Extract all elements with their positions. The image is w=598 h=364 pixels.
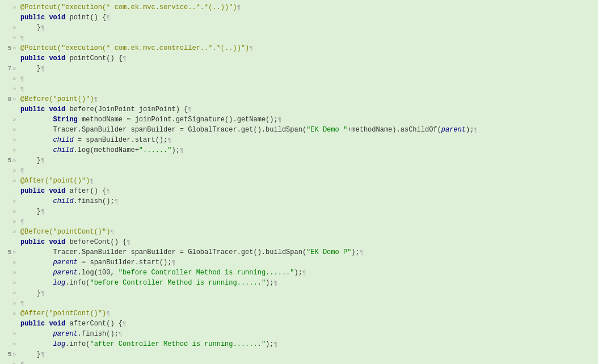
token-pilcrow: ¶	[94, 96, 98, 103]
token-kw: public	[20, 54, 45, 62]
code-line: »¶	[0, 298, 598, 308]
line-number: 0	[1, 94, 12, 104]
fold-arrow: »	[12, 94, 20, 104]
code-line: »¶	[0, 359, 598, 364]
code-content: }¶	[20, 206, 597, 217]
fold-arrow: »	[12, 84, 20, 94]
token-kw: String	[53, 116, 78, 124]
token-normal: .log(100,	[78, 269, 119, 277]
code-content: String methodName = joinPoint.getSignatu…	[20, 115, 597, 125]
token-pilcrow: ¶	[41, 157, 45, 164]
token-annotation: @Pointcut("execution(* com.ek.mvc.servic…	[20, 3, 237, 11]
token-pilcrow: ¶	[20, 300, 24, 307]
fold-arrow: »	[12, 145, 20, 155]
code-line: » }¶	[0, 23, 598, 33]
token-string: "before Controller Method is running....…	[90, 279, 266, 287]
token-string: "EK Demo P"	[306, 248, 351, 256]
fold-arrow: »	[12, 43, 20, 53]
fold-arrow: »	[12, 23, 20, 33]
fold-arrow: »	[12, 74, 20, 84]
token-kw: public	[20, 320, 45, 328]
token-normal: after() {	[65, 187, 106, 195]
token-pilcrow: ¶	[188, 106, 192, 113]
token-italic-var: parent	[53, 330, 78, 338]
line-number: 5	[1, 155, 12, 166]
token-string: "EK Demo "	[306, 126, 347, 134]
code-line: »@After("point()")¶	[0, 176, 598, 186]
token-pilcrow: ¶	[278, 116, 282, 123]
token-kw: void	[49, 187, 65, 195]
code-content: parent.finish();¶	[20, 329, 597, 339]
token-normal: before(JoinPoint joinPoint) {	[65, 105, 188, 113]
token-pilcrow: ¶	[41, 351, 45, 358]
code-line: »¶	[0, 84, 598, 94]
token-string: "......"	[139, 146, 172, 154]
token-pilcrow: ¶	[115, 198, 119, 205]
code-line: 5» Tracer.SpanBuilder spanBuilder = Glob…	[0, 247, 598, 257]
code-line: 7» }¶	[0, 64, 598, 74]
token-pilcrow: ¶	[249, 45, 253, 52]
code-line: »¶	[0, 217, 598, 227]
code-line: » }¶	[0, 206, 598, 217]
line-number: 5	[1, 247, 12, 257]
line-number: 7	[1, 64, 12, 74]
code-content: child = spanBuilder.start();¶	[20, 135, 597, 145]
token-normal: }	[37, 350, 41, 358]
code-line: »¶	[0, 33, 598, 43]
token-pilcrow: ¶	[20, 167, 24, 174]
fold-arrow: »	[12, 278, 20, 288]
code-content: }¶	[20, 155, 597, 166]
code-content: parent = spanBuilder.start();¶	[20, 257, 597, 268]
fold-arrow: »	[12, 33, 20, 43]
code-content: public void beforeCont() {¶	[20, 237, 597, 247]
token-pilcrow: ¶	[106, 188, 110, 194]
code-line: public void after() {¶	[0, 186, 598, 196]
token-normal: Tracer.SpanBuilder spanBuilder = GlobalT…	[53, 248, 306, 256]
code-content: ¶	[20, 166, 597, 176]
code-line: public void beforeCont() {¶	[0, 237, 598, 247]
token-pilcrow: ¶	[171, 259, 175, 266]
token-normal: );	[466, 126, 474, 134]
token-pilcrow: ¶	[180, 147, 184, 154]
token-pilcrow: ¶	[167, 137, 171, 143]
token-normal: Tracer.SpanBuilder spanBuilder = GlobalT…	[53, 126, 306, 134]
token-annotation: @Before("point()")	[20, 95, 94, 103]
fold-arrow: »	[12, 64, 20, 74]
code-content: }¶	[20, 349, 597, 359]
token-kw: void	[49, 238, 65, 246]
token-italic-var: child	[53, 146, 74, 154]
code-content: child.log(methodName+"......");¶	[20, 145, 597, 155]
token-normal: );	[294, 269, 302, 277]
token-normal: }	[37, 156, 41, 164]
token-pilcrow: ¶	[123, 320, 127, 327]
token-pilcrow: ¶	[20, 361, 24, 364]
code-content: public void afterCont() {¶	[20, 319, 597, 329]
token-normal: .info(	[65, 279, 90, 287]
token-normal: );	[351, 248, 359, 256]
code-content: @Pointcut("execution(* com.ek.mvc.contro…	[20, 43, 597, 53]
token-normal: beforeCont() {	[65, 238, 127, 246]
code-line: 5»@Pointcut("execution(* com.ek.mvc.cont…	[0, 43, 598, 53]
code-line: » child = spanBuilder.start();¶	[0, 135, 598, 145]
token-italic-var: log	[53, 340, 66, 348]
code-content: }¶	[20, 288, 597, 298]
code-content: child.finish();¶	[20, 196, 597, 206]
token-annotation: @Pointcut("execution(* com.ek.mvc.contro…	[20, 44, 249, 52]
fold-arrow: »	[12, 227, 20, 237]
token-normal: }	[37, 208, 41, 215]
token-kw: void	[49, 54, 65, 62]
code-content: ¶	[20, 74, 597, 84]
fold-arrow: »	[12, 155, 20, 166]
token-normal: methodName = joinPoint.getSignature().ge…	[78, 116, 278, 124]
code-content: }¶	[20, 23, 597, 33]
token-pilcrow: ¶	[41, 24, 45, 31]
code-editor: »@Pointcut("execution(* com.ek.mvc.servi…	[0, 0, 598, 364]
code-line: »¶	[0, 166, 598, 176]
token-pilcrow: ¶	[106, 310, 110, 317]
token-normal: );	[266, 279, 273, 287]
fold-arrow: »	[12, 125, 20, 135]
fold-arrow: »	[12, 298, 20, 308]
token-normal: }	[37, 65, 41, 73]
fold-arrow: »	[12, 359, 20, 364]
token-pilcrow: ¶	[20, 86, 24, 92]
